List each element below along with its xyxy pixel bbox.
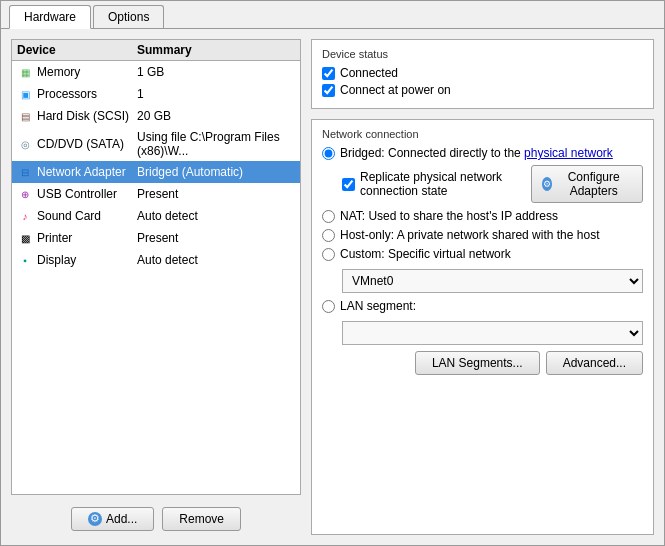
processors-icon: ▣ [17,87,33,101]
usb-icon: ⊕ [17,187,33,201]
device-row-usb[interactable]: ⊕ USB Controller Present [12,183,300,205]
lan-segment-select[interactable] [342,321,643,345]
configure-gear-icon: ⚙ [542,177,552,191]
harddisk-name: Hard Disk (SCSI) [37,109,129,123]
tab-options[interactable]: Options [93,5,164,28]
nat-label: NAT: Used to share the host's IP address [340,209,558,223]
cddvd-summary: Using file C:\Program Files (x86)\W... [137,130,295,158]
printer-summary: Present [137,231,295,245]
network-name: Network Adapter [37,165,126,179]
nat-radio[interactable] [322,210,335,223]
advanced-button[interactable]: Advanced... [546,351,643,375]
connected-row: Connected [322,66,643,80]
connected-checkbox[interactable] [322,67,335,80]
configure-adapters-button[interactable]: ⚙ Configure Adapters [531,165,643,203]
harddisk-summary: 20 GB [137,109,295,123]
device-status-section: Device status Connected Connect at power… [311,39,654,109]
bottom-buttons: LAN Segments... Advanced... [322,351,643,375]
bridged-label: Bridged: Connected directly to the physi… [340,146,613,160]
custom-row: Custom: Specific virtual network [322,247,643,261]
vmnet-select[interactable]: VMnet0 [342,269,643,293]
add-label: Add... [106,512,137,526]
connect-power-checkbox[interactable] [322,84,335,97]
display-name: Display [37,253,76,267]
device-row-display[interactable]: ▪ Display Auto detect [12,249,300,271]
table-header: Device Summary [12,40,300,61]
hostonly-row: Host-only: A private network shared with… [322,228,643,242]
main-content: Device Summary ▦ Memory 1 GB ▣ Processor… [1,29,664,545]
right-panel: Device status Connected Connect at power… [311,39,654,535]
device-row-printer[interactable]: ▩ Printer Present [12,227,300,249]
remove-button[interactable]: Remove [162,507,241,531]
display-icon: ▪ [17,253,33,267]
add-button[interactable]: ⚙ Add... [71,507,154,531]
memory-icon: ▦ [17,65,33,79]
processors-summary: 1 [137,87,295,101]
usb-name: USB Controller [37,187,117,201]
column-header-summary: Summary [137,43,295,57]
hostonly-label: Host-only: A private network shared with… [340,228,599,242]
lan-row: LAN segment: [322,299,643,313]
bridged-row: Bridged: Connected directly to the physi… [322,146,643,160]
tab-hardware[interactable]: Hardware [9,5,91,29]
device-row-harddisk[interactable]: ▤ Hard Disk (SCSI) 20 GB [12,105,300,127]
usb-summary: Present [137,187,295,201]
harddisk-icon: ▤ [17,109,33,123]
bridged-sub-left: Replicate physical network connection st… [342,170,531,198]
nat-row: NAT: Used to share the host's IP address [322,209,643,223]
bridged-radio[interactable] [322,147,335,160]
printer-icon: ▩ [17,231,33,245]
device-row-cddvd[interactable]: ◎ CD/DVD (SATA) Using file C:\Program Fi… [12,127,300,161]
replicate-label: Replicate physical network connection st… [360,170,531,198]
device-row-network[interactable]: ⊟ Network Adapter Bridged (Automatic) [12,161,300,183]
device-row-processors[interactable]: ▣ Processors 1 [12,83,300,105]
tab-bar: Hardware Options [1,1,664,29]
memory-name: Memory [37,65,80,79]
column-header-device: Device [17,43,137,57]
add-icon: ⚙ [88,512,102,526]
custom-radio[interactable] [322,248,335,261]
custom-label: Custom: Specific virtual network [340,247,511,261]
configure-label: Configure Adapters [555,170,632,198]
connect-power-label: Connect at power on [340,83,451,97]
network-icon: ⊟ [17,165,33,179]
device-row-memory[interactable]: ▦ Memory 1 GB [12,61,300,83]
network-connection-section: Network connection Bridged: Connected di… [311,119,654,535]
device-status-title: Device status [322,48,643,60]
connected-label: Connected [340,66,398,80]
dialog: Hardware Options Device Summary ▦ Memory… [0,0,665,546]
left-panel: Device Summary ▦ Memory 1 GB ▣ Processor… [11,39,301,535]
device-table: Device Summary ▦ Memory 1 GB ▣ Processor… [11,39,301,495]
lan-segments-button[interactable]: LAN Segments... [415,351,540,375]
left-buttons: ⚙ Add... Remove [11,503,301,535]
printer-name: Printer [37,231,72,245]
connect-power-row: Connect at power on [322,83,643,97]
network-connection-title: Network connection [322,128,643,140]
memory-summary: 1 GB [137,65,295,79]
processors-name: Processors [37,87,97,101]
network-summary: Bridged (Automatic) [137,165,295,179]
device-row-sound[interactable]: ♪ Sound Card Auto detect [12,205,300,227]
sound-icon: ♪ [17,209,33,223]
sound-name: Sound Card [37,209,101,223]
lan-radio[interactable] [322,300,335,313]
replicate-checkbox[interactable] [342,178,355,191]
bridged-sub: Replicate physical network connection st… [342,165,643,203]
lan-label: LAN segment: [340,299,416,313]
sound-summary: Auto detect [137,209,295,223]
display-summary: Auto detect [137,253,295,267]
cddvd-name: CD/DVD (SATA) [37,137,124,151]
hostonly-radio[interactable] [322,229,335,242]
cddvd-icon: ◎ [17,137,33,151]
